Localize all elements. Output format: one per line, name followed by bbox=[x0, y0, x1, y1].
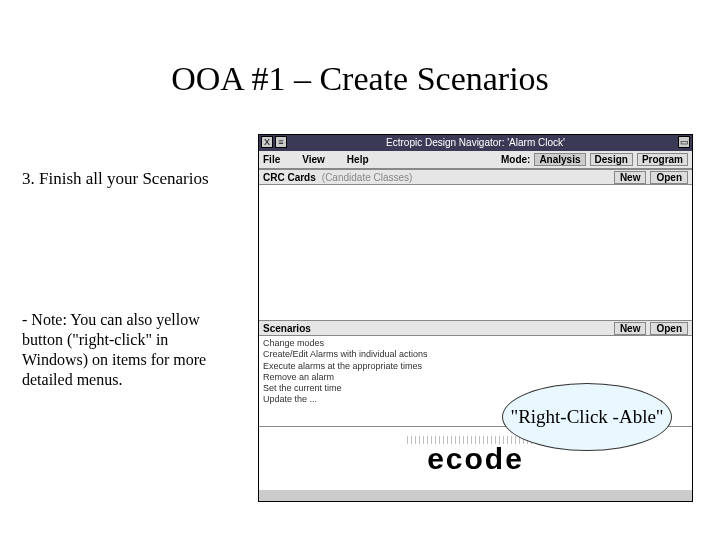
window-title: Ectropic Design Navigator: 'Alarm Clock' bbox=[259, 135, 692, 151]
list-item[interactable]: Create/Edit Alarms with individual actio… bbox=[263, 349, 688, 360]
mode-design[interactable]: Design bbox=[590, 153, 633, 166]
left-column: 3. Finish all your Scenarios - Note: You… bbox=[22, 168, 227, 390]
step-text: 3. Finish all your Scenarios bbox=[22, 168, 227, 190]
menubar: File View Help Mode: Analysis Design Pro… bbox=[259, 151, 692, 169]
crc-panel-body bbox=[259, 185, 692, 320]
crc-subtitle: (Candidate Classes) bbox=[322, 172, 413, 183]
resize-icon[interactable]: ▭ bbox=[678, 136, 690, 148]
scenarios-title: Scenarios bbox=[263, 323, 311, 334]
mode-label: Mode: bbox=[501, 154, 530, 165]
crc-panel-header: CRC Cards (Candidate Classes) New Open bbox=[259, 169, 692, 185]
list-item[interactable]: Execute alarms at the appropriate times bbox=[263, 361, 688, 372]
titlebar: X ≡ Ectropic Design Navigator: 'Alarm Cl… bbox=[259, 135, 692, 151]
slide-title: OOA #1 – Create Scenarios bbox=[0, 0, 720, 113]
note-text: - Note: You can also yellow button ("rig… bbox=[22, 310, 227, 390]
menu-view[interactable]: View bbox=[302, 154, 325, 165]
callout-bubble: "Right-Click -Able" bbox=[502, 383, 672, 451]
list-item[interactable]: Remove an alarm bbox=[263, 372, 688, 383]
crc-new-button[interactable]: New bbox=[614, 171, 647, 184]
list-item[interactable]: Change modes bbox=[263, 338, 688, 349]
crc-title: CRC Cards bbox=[263, 172, 316, 183]
callout-text: "Right-Click -Able" bbox=[510, 407, 663, 428]
scenarios-new-button[interactable]: New bbox=[614, 322, 647, 335]
scenarios-panel-header: Scenarios New Open bbox=[259, 320, 692, 336]
crc-open-button[interactable]: Open bbox=[650, 171, 688, 184]
menu-file[interactable]: File bbox=[263, 154, 280, 165]
menu-help[interactable]: Help bbox=[347, 154, 369, 165]
mode-analysis[interactable]: Analysis bbox=[534, 153, 585, 166]
scenarios-open-button[interactable]: Open bbox=[650, 322, 688, 335]
mode-program[interactable]: Program bbox=[637, 153, 688, 166]
ecode-logo: ecode bbox=[427, 442, 524, 476]
